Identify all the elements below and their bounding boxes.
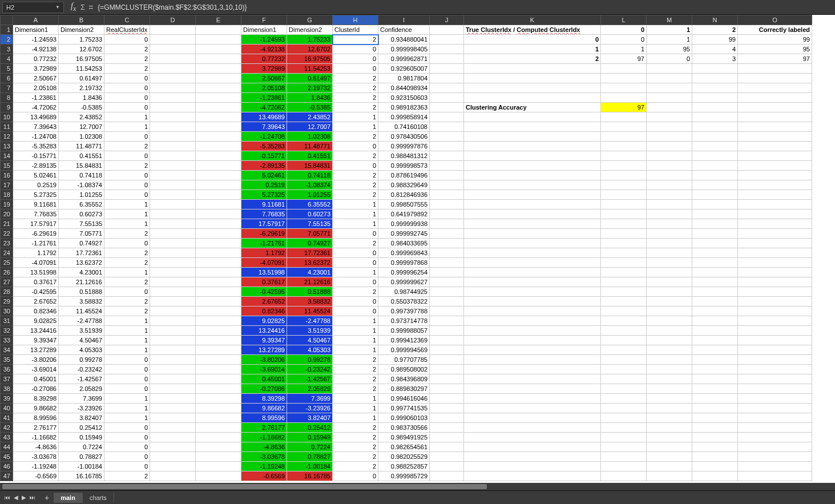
cell-F37[interactable]: 0.45001 (241, 374, 287, 384)
cell-E12[interactable] (196, 132, 241, 142)
cell-O2[interactable]: 99 (738, 35, 812, 45)
cell-G36[interactable]: -0.23242 (287, 365, 333, 374)
cell-H20[interactable]: 1 (333, 209, 378, 219)
cell-F16[interactable]: 5.02461 (241, 171, 287, 180)
cell-N10[interactable] (692, 112, 738, 122)
cell-F7[interactable]: 2.05108 (241, 83, 287, 93)
cell-C8[interactable]: 0 (104, 93, 150, 103)
cell-E34[interactable] (196, 345, 241, 355)
cell-L16[interactable] (601, 171, 647, 180)
row-header[interactable]: 21 (1, 219, 13, 229)
cell-I25[interactable]: 0.999997868 (378, 258, 430, 268)
cell-N23[interactable] (692, 239, 738, 248)
cell-G20[interactable]: 0.60273 (287, 209, 333, 219)
cell-O6[interactable] (738, 74, 812, 83)
row-header[interactable]: 31 (1, 316, 13, 326)
cell-N33[interactable] (692, 336, 738, 345)
cell-K36[interactable] (464, 365, 601, 374)
cell-D26[interactable] (150, 268, 196, 277)
cell-F32[interactable]: 13.24416 (241, 326, 287, 336)
cell-A30[interactable]: 0.82346 (13, 307, 59, 316)
cell-G9[interactable]: -0.5385 (287, 103, 333, 112)
cell-E47[interactable] (196, 471, 241, 481)
cell-A9[interactable]: -4.72062 (13, 103, 59, 112)
cell-B22[interactable]: 7.05771 (59, 229, 104, 239)
cell-E36[interactable] (196, 365, 241, 374)
cell-A22[interactable]: -6.29619 (13, 229, 59, 239)
row-header[interactable]: 1 (1, 25, 13, 35)
cell-G16[interactable]: 0.74118 (287, 171, 333, 180)
cell-O14[interactable] (738, 151, 812, 161)
cell-N13[interactable] (692, 142, 738, 151)
cell-M11[interactable] (647, 122, 692, 132)
cell-E29[interactable] (196, 297, 241, 307)
cell-C2[interactable]: 0 (104, 35, 150, 45)
cell-G37[interactable]: -1.42567 (287, 374, 333, 384)
cell-G29[interactable]: 3.58832 (287, 297, 333, 307)
cell-F11[interactable]: 7.39643 (241, 122, 287, 132)
cell-H11[interactable]: 1 (333, 122, 378, 132)
cell-O27[interactable] (738, 277, 812, 287)
cell-J19[interactable] (430, 200, 464, 209)
cell-G35[interactable]: 0.99278 (287, 355, 333, 365)
cell-J27[interactable] (430, 277, 464, 287)
cell-E5[interactable] (196, 64, 241, 74)
cell-B33[interactable]: 4.50467 (59, 336, 104, 345)
cell-F10[interactable]: 13.49689 (241, 112, 287, 122)
cell-N15[interactable] (692, 161, 738, 171)
cell-F13[interactable]: -5.35283 (241, 142, 287, 151)
cell-G27[interactable]: 21.12616 (287, 277, 333, 287)
cell-F22[interactable]: -6.29619 (241, 229, 287, 239)
cell-C21[interactable]: 1 (104, 219, 150, 229)
cell-N40[interactable] (692, 404, 738, 413)
cell-E19[interactable] (196, 200, 241, 209)
cell-I5[interactable]: 0.929605007 (378, 64, 430, 74)
cell-A17[interactable]: 0.2519 (13, 180, 59, 190)
cell-B25[interactable]: 13.62372 (59, 258, 104, 268)
cell-B19[interactable]: 6.35552 (59, 200, 104, 209)
row-header[interactable]: 41 (1, 413, 13, 423)
cell-M36[interactable] (647, 365, 692, 374)
cell-M37[interactable] (647, 374, 692, 384)
row-header[interactable]: 24 (1, 248, 13, 258)
cell-F31[interactable]: 9.02825 (241, 316, 287, 326)
cell-I4[interactable]: 0.999962871 (378, 54, 430, 64)
row-header[interactable]: 2 (1, 35, 13, 45)
cell-K2[interactable]: 0 (464, 35, 601, 45)
cell-O18[interactable] (738, 190, 812, 200)
cell-J28[interactable] (430, 287, 464, 297)
cell-J26[interactable] (430, 268, 464, 277)
cell-G23[interactable]: 0.74927 (287, 239, 333, 248)
cell-D21[interactable] (150, 219, 196, 229)
column-header-F[interactable]: F (241, 15, 287, 25)
cell-M16[interactable] (647, 171, 692, 180)
cell-C35[interactable]: 0 (104, 355, 150, 365)
cell-F14[interactable]: -0.15771 (241, 151, 287, 161)
cell-C1[interactable]: RealClusterIdx (104, 25, 150, 35)
cell-L9[interactable]: 97 (601, 103, 647, 112)
cell-K6[interactable] (464, 74, 601, 83)
cell-L47[interactable] (601, 471, 647, 481)
cell-I3[interactable]: 0.999998405 (378, 45, 430, 54)
cell-G18[interactable]: 1.01255 (287, 190, 333, 200)
cell-A7[interactable]: 2.05108 (13, 83, 59, 93)
cell-G14[interactable]: 0.41551 (287, 151, 333, 161)
cell-F15[interactable]: -2.89135 (241, 161, 287, 171)
cell-O45[interactable] (738, 452, 812, 462)
cell-N37[interactable] (692, 374, 738, 384)
cell-A34[interactable]: 13.27289 (13, 345, 59, 355)
cell-A42[interactable]: 2.76177 (13, 423, 59, 433)
cell-G6[interactable]: 0.61497 (287, 74, 333, 83)
cell-L46[interactable] (601, 462, 647, 471)
cell-N47[interactable] (692, 471, 738, 481)
row-header[interactable]: 43 (1, 433, 13, 442)
cell-L11[interactable] (601, 122, 647, 132)
cell-C10[interactable]: 1 (104, 112, 150, 122)
cell-H10[interactable]: 1 (333, 112, 378, 122)
row-header[interactable]: 32 (1, 326, 13, 336)
row-header[interactable]: 26 (1, 268, 13, 277)
cell-N6[interactable] (692, 74, 738, 83)
cell-C33[interactable]: 1 (104, 336, 150, 345)
cell-H12[interactable]: 2 (333, 132, 378, 142)
equals-icon[interactable]: = (88, 3, 98, 12)
